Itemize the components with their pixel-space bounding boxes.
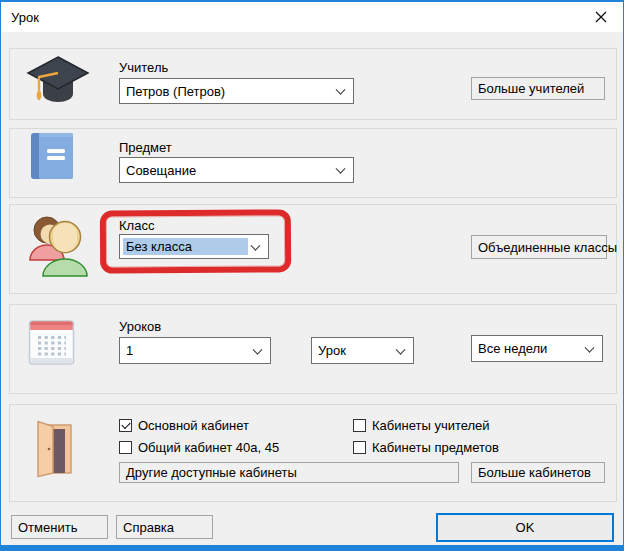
students-icon [23,212,93,278]
window-title: Урок [11,10,39,25]
checkbox-label: Основной кабинет [138,418,249,433]
checkbox-label: Общий кабинет 40а, 45 [138,440,279,455]
other-available-rooms-label: Другие доступные кабинеты [126,465,297,480]
checkbox-box [353,441,366,454]
more-rooms-label: Больше кабинетов [478,465,591,480]
ok-button[interactable]: OK [436,513,614,542]
teacher-value: Петров (Петров) [123,83,228,100]
help-label: Справка [123,520,174,535]
other-available-rooms-button[interactable]: Другие доступные кабинеты [119,462,459,483]
lesson-type-select[interactable]: Урок [311,337,414,364]
lesson-type-value: Урок [315,342,349,359]
chevron-down-icon [396,344,406,354]
close-icon [595,11,607,23]
checkbox-box [119,441,132,454]
checkbox-label: Кабинеты учителей [372,418,490,433]
checkbox-box [353,419,366,432]
chevron-down-icon [336,85,346,95]
checkbox-main-room[interactable]: Основной кабинет [119,418,249,433]
checkbox-label: Кабинеты предметов [372,440,499,455]
chevron-down-icon [585,342,595,352]
chevron-down-icon [336,164,346,174]
rooms-section [9,404,617,502]
cancel-button[interactable]: Отменить [11,515,108,539]
graduation-cap-icon [25,54,91,114]
lessons-count-select[interactable]: 1 [119,337,271,364]
checkbox-shared-room[interactable]: Общий кабинет 40а, 45 [119,440,279,455]
more-teachers-label: Больше учителей [478,81,584,96]
chevron-down-icon [253,344,263,354]
class-select[interactable]: Без класса [119,234,269,259]
lessons-count-value: 1 [123,342,136,359]
window-bottom-border [1,545,623,550]
checkbox-box [119,419,132,432]
door-icon [32,420,76,478]
close-button[interactable] [578,2,623,32]
class-label: Класс [119,218,154,233]
calendar-icon [28,318,75,367]
weeks-value: Все недели [475,340,550,357]
subject-select[interactable]: Совещание [119,157,354,183]
lessons-label: Уроков [119,319,161,334]
more-teachers-button[interactable]: Больше учителей [471,77,605,100]
book-icon [30,132,74,180]
checkbox-teacher-rooms[interactable]: Кабинеты учителей [353,418,490,433]
ok-label: OK [516,520,535,535]
title-bar: Урок [1,1,623,32]
more-rooms-button[interactable]: Больше кабинетов [471,462,605,483]
joined-classes-button[interactable]: Объединенные классы [471,235,607,259]
subject-label: Предмет [119,140,172,155]
weeks-select[interactable]: Все недели [471,335,603,362]
teacher-select[interactable]: Петров (Петров) [119,78,354,104]
chevron-down-icon [251,240,261,250]
subject-value: Совещание [123,162,199,179]
checkbox-subject-rooms[interactable]: Кабинеты предметов [353,440,499,455]
joined-classes-label: Объединенные классы [478,240,617,255]
teacher-label: Учитель [119,60,168,75]
class-value: Без класса [123,238,248,255]
help-button[interactable]: Справка [116,515,213,539]
lesson-dialog: Урок Учитель Петров (Петров) Больше учит… [0,0,624,551]
cancel-label: Отменить [18,520,77,535]
